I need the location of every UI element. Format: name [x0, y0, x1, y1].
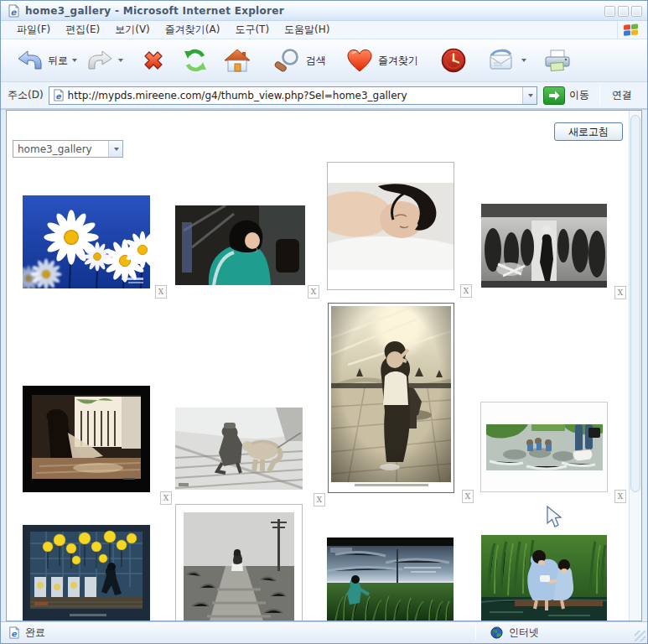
vertical-scrollbar[interactable]: [629, 111, 641, 621]
delete-thumbnail-button[interactable]: X: [460, 284, 472, 298]
history-clock-icon: [438, 46, 469, 75]
go-label[interactable]: 이동: [569, 88, 589, 102]
sepia-portrait-photo: [331, 306, 451, 490]
brand-area: [617, 21, 644, 39]
done-page-icon: e: [8, 626, 20, 639]
go-button[interactable]: [543, 86, 565, 105]
delete-thumbnail-button[interactable]: X: [155, 285, 167, 299]
delete-thumbnail-button[interactable]: X: [614, 286, 626, 299]
thumbnail-stream-stepping-stones[interactable]: [480, 402, 608, 492]
menu-tools[interactable]: 도구(T): [227, 21, 277, 39]
stream-photo: [481, 402, 607, 491]
mail-icon: [485, 47, 517, 74]
thumbnail-balloons-building[interactable]: [23, 525, 150, 621]
stop-icon: [138, 46, 168, 75]
address-label: 주소(D): [8, 88, 44, 102]
dog-photo: [175, 408, 303, 490]
delete-thumbnail-button[interactable]: X: [462, 490, 474, 503]
thumbnail-girl-teal-sweater[interactable]: [175, 205, 305, 285]
home-icon: [222, 47, 252, 74]
mail-button[interactable]: [482, 44, 530, 76]
ie-document-icon: e: [7, 4, 20, 18]
gallery-select-value: home3_gallery: [13, 143, 108, 155]
delete-thumbnail-button[interactable]: X: [160, 491, 172, 505]
search-label: 검색: [306, 54, 326, 68]
thumbnail-doorway-scene[interactable]: [23, 386, 150, 492]
search-button[interactable]: 검색: [269, 44, 329, 76]
mouse-cursor: [546, 506, 564, 529]
thumbnail-grass-field-storm[interactable]: [327, 538, 454, 621]
bw-crowd-photo: [481, 204, 607, 288]
links-label[interactable]: 연결: [604, 88, 640, 102]
delete-thumbnail-button[interactable]: X: [614, 490, 626, 503]
menu-edit[interactable]: 편집(E): [58, 21, 107, 39]
forward-button[interactable]: [82, 46, 127, 75]
content-area: 새로고침 home3_gallery: [6, 110, 642, 621]
resize-grip[interactable]: [635, 631, 645, 641]
thumbnail-bw-path-pole[interactable]: [175, 504, 303, 621]
stop-button[interactable]: [135, 44, 172, 77]
menu-bar: 파일(F) 편집(E) 보기(V) 즐겨찾기(A) 도구(T) 도움말(H): [1, 21, 647, 39]
refresh-icon: [180, 46, 210, 75]
address-bar: 주소(D) e 이동 연결: [1, 82, 647, 110]
links-separator: [599, 86, 600, 106]
delete-thumbnail-button[interactable]: X: [314, 493, 325, 506]
window-title: home3_gallery - Microsoft Internet Explo…: [25, 5, 284, 17]
favorites-label: 즐겨찾기: [378, 54, 418, 68]
address-chevron-icon: [528, 94, 533, 97]
thumbnail-kids-on-plank[interactable]: [481, 535, 607, 621]
address-input[interactable]: [68, 90, 522, 101]
sleeping-girl-photo: [328, 163, 454, 289]
scrollbar-thumb[interactable]: [630, 115, 640, 492]
back-chevron-icon[interactable]: [72, 59, 77, 62]
status-divider: [475, 626, 476, 640]
svg-text:e: e: [11, 7, 18, 16]
page-refresh-button[interactable]: 새로고침: [554, 122, 623, 141]
close-button[interactable]: [631, 6, 642, 17]
thumbnail-man-with-dog[interactable]: [175, 408, 303, 490]
thumbnail-sepia-plaza-portrait[interactable]: [328, 303, 454, 493]
bw-path-photo: [184, 512, 294, 621]
history-button[interactable]: [435, 44, 472, 77]
girl-teal-photo: [175, 205, 305, 285]
gallery-page: 새로고침 home3_gallery: [7, 111, 629, 621]
title-bar: e home3_gallery - Microsoft Internet Exp…: [1, 1, 647, 21]
thumbnail-bw-street-crowd[interactable]: [481, 204, 607, 288]
svg-text:e: e: [11, 629, 17, 638]
refresh-button-toolbar[interactable]: [177, 44, 214, 77]
delete-thumbnail-button[interactable]: X: [308, 285, 319, 299]
svg-text:e: e: [55, 91, 61, 101]
go-arrow-icon: [547, 90, 561, 101]
gallery-select-button[interactable]: [108, 141, 122, 157]
thumbnail-daisies[interactable]: [23, 195, 150, 288]
back-label: 뒤로: [48, 54, 68, 68]
forward-chevron-icon[interactable]: [118, 59, 123, 62]
toolbar: 뒤로: [1, 39, 647, 82]
print-button[interactable]: [538, 44, 577, 76]
heart-icon: [345, 47, 375, 74]
address-dropdown-button[interactable]: [522, 87, 537, 104]
search-icon: [272, 47, 303, 74]
daisies-photo: [23, 195, 150, 288]
home-button[interactable]: [219, 44, 256, 76]
status-text: 완료: [25, 626, 45, 640]
forward-arrow-icon: [86, 49, 114, 72]
mail-chevron-icon[interactable]: [521, 59, 526, 62]
thumbnail-sleeping-girl[interactable]: [327, 162, 454, 290]
balloons-photo: [23, 525, 150, 621]
grass-field-photo: [327, 538, 454, 621]
menu-help[interactable]: 도움말(H): [277, 21, 337, 39]
page-icon: e: [52, 89, 65, 101]
menu-favorites[interactable]: 즐겨찾기(A): [158, 21, 228, 39]
kids-plank-photo: [481, 535, 607, 621]
minimize-button[interactable]: [604, 6, 615, 17]
maximize-button[interactable]: [618, 6, 629, 17]
gallery-select[interactable]: home3_gallery: [13, 140, 123, 158]
menu-view[interactable]: 보기(V): [107, 21, 158, 39]
back-button[interactable]: 뒤로: [13, 46, 80, 75]
internet-zone-text: 인터넷: [509, 626, 539, 640]
gallery-select-chevron-icon: [114, 148, 119, 151]
menu-file[interactable]: 파일(F): [9, 21, 58, 39]
windows-logo-icon: [623, 23, 639, 38]
favorites-button[interactable]: 즐겨찾기: [341, 44, 422, 76]
